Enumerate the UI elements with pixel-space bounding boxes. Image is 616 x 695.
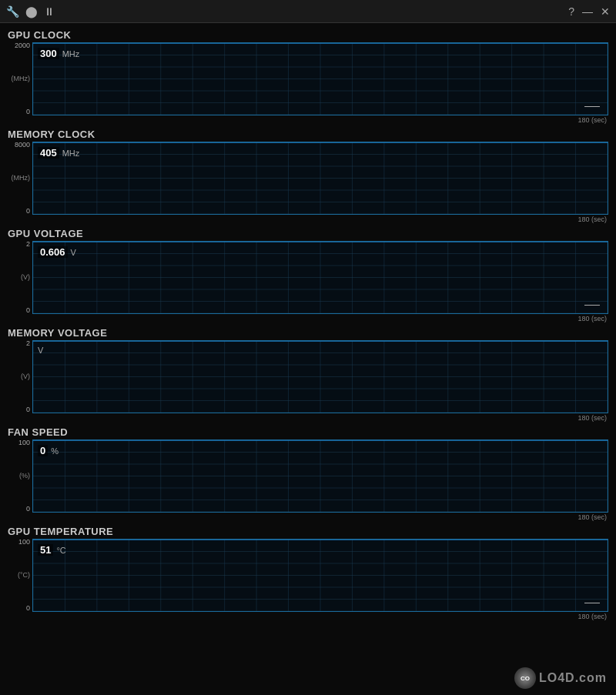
y-unit: (°C) (18, 572, 30, 579)
x-label-fan-speed: 180 (sec) (578, 513, 607, 521)
y-axis-gpu-voltage: 2 (V) 0 (8, 241, 32, 314)
value-overlay-gpu-voltage: 0.606V (38, 246, 76, 258)
y-axis-fan-speed: 100 (%) 0 (8, 439, 32, 513)
label-gpu-voltage: GPU VOLTAGE (8, 228, 608, 239)
y-axis-gpu-temperature: 100 (°C) 0 (8, 539, 32, 612)
section-gpu-voltage: GPU VOLTAGE 2 (V) 0 0.606V180 (sec) (8, 228, 608, 322)
x-label-memory-clock: 180 (sec) (578, 216, 607, 223)
y-unit: (MHz) (12, 175, 31, 182)
x-axis-memory-voltage: 180 (sec) (8, 414, 608, 422)
value-number-gpu-voltage: 0.606 (38, 246, 68, 258)
chart-outer-gpu-clock: 2000 (MHz) 0 300MHz (8, 42, 608, 115)
chart-outer-gpu-voltage: 2 (V) 0 0.606V (8, 241, 608, 314)
wrench-icon[interactable]: 🔧 (6, 5, 19, 18)
x-label-gpu-temperature: 180 (sec) (578, 613, 607, 620)
title-bar-left: 🔧 ⬤ ⏸ (6, 5, 55, 18)
graph-memory-clock: 405MHz (32, 142, 608, 215)
title-bar: 🔧 ⬤ ⏸ ? — ✕ (0, 0, 616, 23)
graph-memory-voltage: V (32, 340, 608, 413)
y-axis-memory-voltage: 2 (V) 0 (8, 340, 32, 413)
y-min: 0 (26, 307, 30, 314)
y-min: 0 (26, 406, 30, 413)
watermark-logo: CO (514, 667, 536, 689)
y-max: 2000 (15, 42, 30, 49)
watermark-site: LO4D.com (539, 671, 607, 685)
y-unit: (V) (21, 274, 30, 281)
section-fan-speed: FAN SPEED 100 (%) 0 0%180 (sec) (8, 426, 608, 521)
charts-area: GPU CLOCK 2000 (MHz) 0 300MHz180 (sec)ME… (0, 23, 616, 628)
label-gpu-clock: GPU CLOCK (8, 29, 608, 41)
y-min: 0 (26, 506, 30, 513)
section-memory-clock: MEMORY CLOCK 8000 (MHz) 0 405MHz180 (sec… (8, 129, 608, 223)
value-number-fan-speed: 0 (38, 445, 48, 456)
label-gpu-temperature: GPU TEMPERATURE (8, 526, 608, 537)
graph-gpu-clock: 300MHz (32, 42, 608, 115)
chart-line-small-gpu-clock (584, 106, 600, 107)
x-label-gpu-clock: 180 (sec) (578, 116, 607, 124)
title-bar-right: ? — ✕ (568, 5, 610, 18)
chart-outer-fan-speed: 100 (%) 0 0% (8, 439, 608, 513)
y-max: 8000 (15, 142, 30, 149)
graph-gpu-temperature: 51°C (32, 539, 608, 612)
x-axis-gpu-clock: 180 (sec) (8, 116, 608, 124)
y-max: 2 (26, 241, 30, 248)
y-axis-memory-clock: 8000 (MHz) 0 (8, 142, 32, 215)
chart-line-small-gpu-temperature (584, 603, 600, 603)
y-axis-gpu-clock: 2000 (MHz) 0 (8, 42, 32, 115)
section-gpu-temperature: GPU TEMPERATURE 100 (°C) 0 51°C180 (sec) (8, 526, 608, 620)
y-min: 0 (26, 605, 30, 612)
chart-line-small-gpu-voltage (584, 305, 600, 306)
value-unit-fan-speed: % (51, 446, 59, 456)
watermark-logo-text: CO (521, 675, 530, 682)
y-unit: (V) (21, 373, 30, 380)
chart-outer-memory-voltage: 2 (V) 0 V (8, 340, 608, 413)
minimize-icon[interactable]: — (582, 5, 593, 18)
close-icon[interactable]: ✕ (601, 5, 610, 18)
x-axis-fan-speed: 180 (sec) (8, 513, 608, 521)
value-overlay-fan-speed: 0% (38, 445, 59, 456)
label-fan-speed: FAN SPEED (8, 426, 608, 438)
x-label-memory-voltage: 180 (sec) (578, 414, 607, 422)
circle-icon[interactable]: ⬤ (25, 5, 38, 18)
x-label-gpu-voltage: 180 (sec) (578, 315, 607, 322)
x-axis-memory-clock: 180 (sec) (8, 216, 608, 223)
value-number-memory-clock: 405 (38, 147, 59, 159)
y-min: 0 (26, 208, 30, 215)
y-max: 100 (18, 539, 30, 546)
chart-outer-memory-clock: 8000 (MHz) 0 405MHz (8, 142, 608, 215)
value-number-gpu-clock: 300 (38, 48, 59, 59)
section-gpu-clock: GPU CLOCK 2000 (MHz) 0 300MHz180 (sec) (8, 29, 608, 124)
pause-icon[interactable]: ⏸ (44, 5, 55, 18)
graph-fan-speed: 0% (32, 439, 608, 513)
graph-gpu-voltage: 0.606V (32, 241, 608, 314)
value-unit-gpu-voltage: V (71, 248, 76, 257)
value-unit-memory-clock: MHz (62, 149, 80, 158)
value-overlay-gpu-clock: 300MHz (38, 48, 79, 59)
value-overlay-memory-clock: 405MHz (38, 147, 79, 159)
value-overlay-memory-voltage: V (38, 346, 43, 355)
x-axis-gpu-temperature: 180 (sec) (8, 613, 608, 620)
help-icon[interactable]: ? (568, 5, 574, 18)
value-overlay-gpu-temperature: 51°C (38, 544, 66, 556)
value-unit-gpu-temperature: °C (56, 546, 65, 555)
y-unit: (MHz) (12, 75, 31, 82)
watermark: CO LO4D.com (514, 667, 607, 689)
y-unit: (%) (19, 473, 30, 479)
y-min: 0 (26, 109, 30, 115)
x-axis-gpu-voltage: 180 (sec) (8, 315, 608, 322)
y-max: 2 (26, 340, 30, 347)
value-unit-memory-voltage: V (38, 346, 43, 355)
chart-outer-gpu-temperature: 100 (°C) 0 51°C (8, 539, 608, 612)
value-unit-gpu-clock: MHz (62, 49, 80, 58)
label-memory-clock: MEMORY CLOCK (8, 129, 608, 140)
value-number-gpu-temperature: 51 (38, 544, 53, 556)
label-memory-voltage: MEMORY VOLTAGE (8, 327, 608, 339)
section-memory-voltage: MEMORY VOLTAGE 2 (V) 0 V180 (sec) (8, 327, 608, 422)
y-max: 100 (18, 439, 30, 446)
